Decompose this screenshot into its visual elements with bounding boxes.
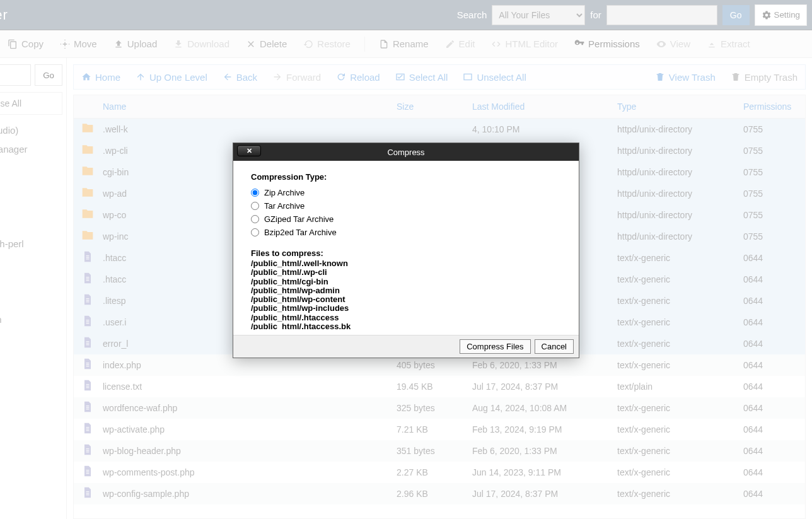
files-to-compress-label: Files to compress: (251, 248, 561, 258)
app-root: ger Search All Your Files for Go Setting… (0, 0, 812, 519)
list-item: /public_html/wp-admin (251, 286, 561, 295)
option-gzip[interactable]: GZiped Tar Archive (251, 214, 561, 224)
cancel-button[interactable]: Cancel (535, 339, 574, 354)
list-item: /public_html/.wp-cli (251, 268, 561, 277)
dialog-footer: Compress Files Cancel (233, 335, 579, 358)
list-item: /public_html/wp-includes (251, 304, 561, 313)
dialog-titlebar: ✕ Compress (233, 143, 579, 161)
option-tar[interactable]: Tar Archive (251, 201, 561, 211)
list-item: /public_html/.well-known (251, 259, 561, 268)
list-item: /public_html/.htaccess.bk (251, 322, 561, 330)
close-icon[interactable]: ✕ (237, 145, 261, 156)
compress-files-button[interactable]: Compress Files (460, 339, 530, 354)
option-zip[interactable]: Zip Archive (251, 188, 561, 197)
files-to-compress-list: /public_html/.well-known/public_html/.wp… (251, 259, 561, 330)
list-item: /public_html/.htaccess (251, 313, 561, 322)
dialog-title: Compress (387, 148, 424, 157)
compression-type-label: Compression Type: (251, 172, 561, 182)
list-item: /public_html/cgi-bin (251, 277, 561, 286)
compress-dialog: ✕ Compress Compression Type: Zip Archive… (233, 143, 579, 358)
option-bzip2[interactable]: Bzip2ed Tar Archive (251, 228, 561, 237)
modal-overlay: ✕ Compress Compression Type: Zip Archive… (0, 0, 812, 519)
list-item: /public_html/wp-content (251, 295, 561, 304)
